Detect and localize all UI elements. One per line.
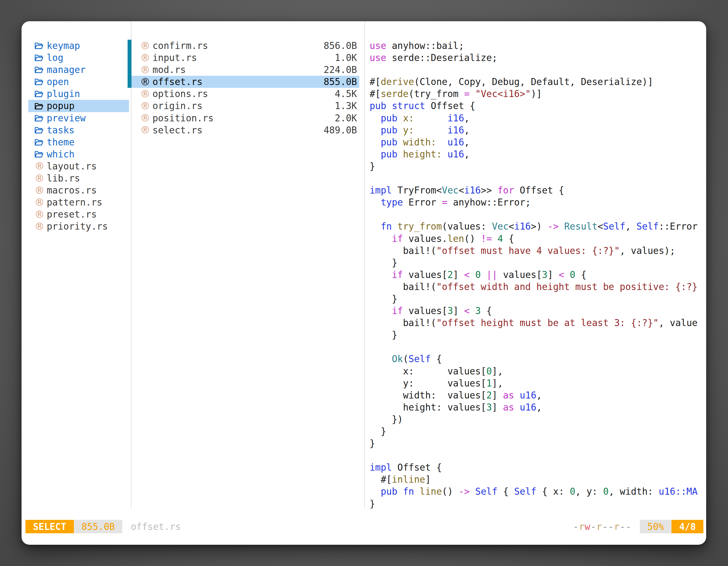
sidebar-item-lib.rs[interactable]: ®lib.rs <box>28 172 129 184</box>
code-token: -> <box>459 486 470 497</box>
file-size: 4.5K <box>335 88 359 100</box>
code-token <box>397 137 403 148</box>
code-token: }) <box>370 414 403 425</box>
code-line: bail!("offset must have 4 values: {:?}",… <box>370 245 706 257</box>
code-line: #[serde(try_from = "Vec<i16>")] <box>370 88 706 100</box>
sidebar-item-priority.rs[interactable]: ®priority.rs <box>28 220 129 233</box>
status-bar: SELECT 855.0B offset.rs -rw-r--r-- 50% 4… <box>25 520 703 533</box>
code-token <box>414 113 447 124</box>
sidebar-item-tasks[interactable]: tasks <box>28 124 129 136</box>
file-size: 856.0B <box>324 40 359 52</box>
code-token: } <box>370 161 375 172</box>
code-token: != <box>481 233 492 244</box>
folder-open-icon <box>34 114 44 123</box>
code-token <box>442 149 447 160</box>
code-token: pub <box>370 100 386 111</box>
code-token <box>470 305 475 316</box>
sidebar-item-layout.rs[interactable]: ®layout.rs <box>28 160 129 172</box>
code-token: bail!( <box>370 245 436 256</box>
sidebar-item-theme[interactable]: theme <box>28 136 129 148</box>
code-token: serde::Deserialize; <box>386 52 497 63</box>
code-token <box>514 402 520 413</box>
file-name: plugin <box>47 88 80 100</box>
sidebar-item-popup[interactable]: popup <box>28 100 129 112</box>
code-token <box>514 390 520 401</box>
code-token: Self <box>603 221 625 232</box>
code-token: < <box>598 221 603 232</box>
code-token: 0 <box>570 269 575 280</box>
file-row-options.rs[interactable]: ®options.rs4.5K <box>131 88 359 100</box>
file-name: macros.rs <box>47 184 97 196</box>
rust-file-icon: ® <box>34 186 44 196</box>
file-name: select.rs <box>152 124 203 136</box>
code-token <box>370 221 381 232</box>
icon-slot: ® <box>34 210 47 220</box>
file-row-offset.rs[interactable]: ®offset.rs855.0B <box>131 76 359 88</box>
code-token: y: <box>403 125 414 136</box>
code-token: } <box>370 426 386 437</box>
status-right: -rw-r--r-- 50% 4/8 <box>573 520 703 533</box>
code-line <box>370 449 706 461</box>
code-token: ] <box>492 390 503 401</box>
code-token: height: <box>403 149 442 160</box>
file-row-origin.rs[interactable]: ®origin.rs1.3K <box>131 100 359 112</box>
rust-file-icon: ® <box>140 53 150 63</box>
code-token: Offset { <box>425 100 475 111</box>
code-token: type <box>381 197 403 208</box>
code-token <box>470 269 475 280</box>
code-token: { x: <box>536 486 570 497</box>
sidebar-item-macros.rs[interactable]: ®macros.rs <box>28 184 129 196</box>
permission-char: w <box>585 521 591 532</box>
sidebar-item-preset.rs[interactable]: ®preset.rs <box>28 208 129 220</box>
code-token: fn <box>403 486 414 497</box>
sidebar-item-plugin[interactable]: plugin <box>28 88 129 100</box>
permissions: -rw-r--r-- <box>573 521 631 532</box>
code-token: as <box>503 402 514 413</box>
code-token: #[ <box>370 88 381 99</box>
code-token <box>370 269 392 280</box>
code-token: , <box>464 149 470 160</box>
code-token: , values); <box>620 245 675 256</box>
sidebar-item-keymap[interactable]: keymap <box>28 40 129 52</box>
code-token: , <box>536 390 542 401</box>
sidebar-item-which[interactable]: which <box>28 148 129 160</box>
code-line: } <box>370 293 706 305</box>
sidebar-item-pattern.rs[interactable]: ®pattern.rs <box>28 196 129 208</box>
code-line: use anyhow::bail; <box>370 40 706 52</box>
file-row-confirm.rs[interactable]: ®confirm.rs856.0B <box>131 40 359 52</box>
sidebar-item-log[interactable]: log <box>28 52 129 64</box>
code-token: "offset width and height must be positiv… <box>436 281 698 292</box>
code-token: Vec <box>442 185 459 196</box>
code-token: 2 <box>486 390 492 401</box>
code-token: ] <box>492 402 503 413</box>
code-line: pub width: u16, <box>370 136 706 148</box>
preview-pane: use anyhow::bail;use serde::Deserialize;… <box>365 21 706 508</box>
rust-file-icon: ® <box>140 89 150 99</box>
code-token: { <box>503 233 514 244</box>
code-line: if values.len() != 4 { <box>370 233 706 245</box>
code-line: width: values[2] as u16, <box>370 389 706 401</box>
code-token: anyhow::Error; <box>447 197 531 208</box>
code-line: } <box>370 329 706 341</box>
sidebar-item-manager[interactable]: manager <box>28 64 129 76</box>
code-token: < <box>459 185 464 196</box>
code-token <box>397 486 403 497</box>
file-row-mod.rs[interactable]: ®mod.rs224.0B <box>131 64 359 76</box>
code-line: impl Offset { <box>370 461 706 473</box>
file-name: popup <box>47 100 74 112</box>
code-token: , <box>464 137 470 148</box>
rust-file-icon: ® <box>140 41 150 51</box>
code-token <box>370 197 381 208</box>
file-row-input.rs[interactable]: ®input.rs1.0K <box>131 52 359 64</box>
code-token: if <box>392 269 403 280</box>
rust-file-icon: ® <box>140 77 150 87</box>
code-token: () <box>464 233 481 244</box>
code-token: { <box>481 305 492 316</box>
code-token: , <box>464 113 470 124</box>
code-token <box>370 353 392 364</box>
file-row-position.rs[interactable]: ®position.rs2.0K <box>131 112 359 124</box>
sidebar-item-open[interactable]: open <box>28 76 129 88</box>
code-token: Self <box>637 221 659 232</box>
sidebar-item-preview[interactable]: preview <box>28 112 129 124</box>
file-row-select.rs[interactable]: ®select.rs489.0B <box>131 124 359 136</box>
